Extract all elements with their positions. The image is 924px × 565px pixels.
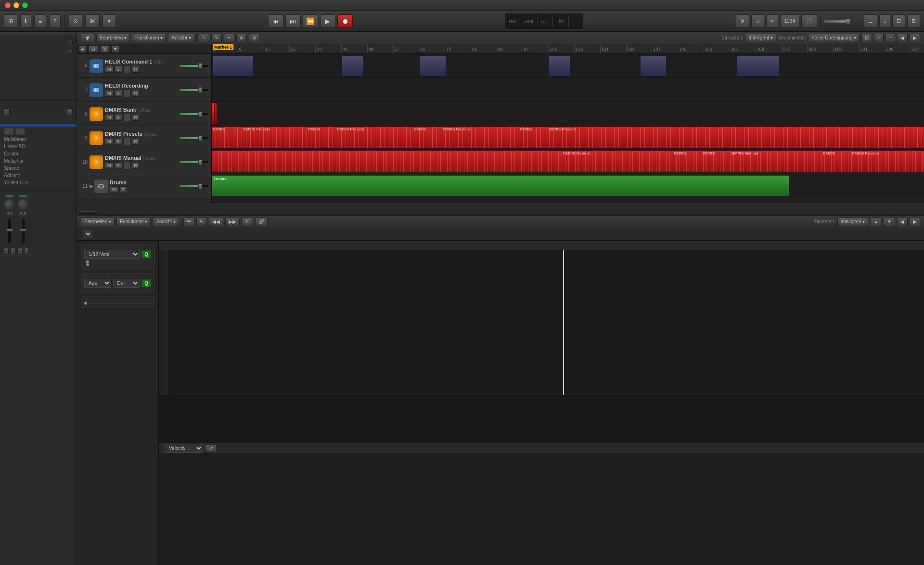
arrow-left-button[interactable]: ◀ xyxy=(897,34,908,42)
s-btn-left[interactable] xyxy=(11,248,15,255)
pr-piano-keys[interactable]: // This will be done via JS below xyxy=(159,250,168,395)
arr-track-9[interactable]: DMXIS DMXIS Presets DMXIS DMXIS Presets … xyxy=(212,126,924,150)
dmxis-toggle[interactable] xyxy=(4,128,13,135)
capture-audio-button[interactable]: 1234 xyxy=(780,14,799,28)
library-button[interactable]: ⊞ xyxy=(4,14,17,28)
goto-start-button[interactable]: ⏪ xyxy=(303,14,318,28)
mute-btn-11[interactable]: M xyxy=(110,186,118,193)
rec-btn-10[interactable] xyxy=(123,162,131,169)
arr-block-6-5[interactable] xyxy=(640,55,667,77)
tool-extra[interactable]: ⊕ xyxy=(249,34,259,42)
read-btn-6[interactable]: R xyxy=(132,66,140,73)
zoom-in-button[interactable]: + xyxy=(874,34,884,42)
track-vol-slider-11[interactable] xyxy=(180,185,208,187)
add-track-button[interactable]: + xyxy=(79,45,87,53)
pr-tool-4[interactable]: ▶▶ xyxy=(225,218,240,226)
mute-btn-9[interactable]: M xyxy=(105,138,114,145)
right-pan-knob[interactable] xyxy=(17,199,29,210)
arrangement[interactable]: Marker 1 // render ruler marks const rul… xyxy=(212,44,924,203)
rec-btn-9[interactable] xyxy=(123,138,131,145)
list-editor-button[interactable]: ☰ xyxy=(864,14,877,28)
dmxis-fx-button[interactable] xyxy=(0,124,77,127)
score-button[interactable]: ♩ xyxy=(879,14,890,28)
zoom-control[interactable]: ⊞ xyxy=(861,34,872,42)
master-volume-handle[interactable] xyxy=(846,18,850,24)
track-vol-slider-9[interactable] xyxy=(180,137,208,139)
funktionen-menu[interactable]: Funktionen ▾ xyxy=(132,34,166,42)
master-volume-slider[interactable] xyxy=(823,20,862,23)
tab-pianorolle[interactable] xyxy=(77,211,97,216)
track-vol-slider-8[interactable] xyxy=(180,113,208,115)
einrasten-select[interactable]: Intelligent ▾ xyxy=(745,34,776,42)
loop-checkbox[interactable] xyxy=(67,48,73,54)
rec-btn-7[interactable] xyxy=(123,90,131,97)
read-btn-9[interactable]: R xyxy=(132,138,140,145)
arr-track-7[interactable] xyxy=(212,78,924,102)
pr-ansicht-menu[interactable]: Ansicht ▾ xyxy=(153,218,179,226)
arrange-button[interactable]: ⊟ xyxy=(892,14,905,28)
time-quant-select[interactable]: 1/32 Note xyxy=(84,250,140,259)
scale-scale-select[interactable]: Dur xyxy=(113,279,140,288)
maximize-button[interactable] xyxy=(22,2,28,8)
read-btn-7[interactable]: R xyxy=(132,90,140,97)
tool-pencil[interactable]: ✎ xyxy=(211,34,222,42)
verschieben-select[interactable]: Keine Überlappung ▾ xyxy=(808,34,860,42)
track-vol-handle-9[interactable] xyxy=(198,135,202,141)
mixer-button[interactable]: ⊞ xyxy=(907,14,920,28)
right-read-button[interactable] xyxy=(19,195,27,198)
arr-block-6-1[interactable] xyxy=(213,55,254,77)
tuner-button[interactable]: 🎵 xyxy=(801,14,817,28)
track-vol-handle-6[interactable] xyxy=(198,63,202,69)
ansicht-menu[interactable]: Ansicht ▾ xyxy=(168,34,194,42)
capture-button[interactable]: ⊙ xyxy=(69,14,82,28)
arr-block-6-2[interactable] xyxy=(342,55,363,77)
tool-pointer[interactable]: ↖ xyxy=(199,34,209,42)
smart-button[interactable]: ✦ xyxy=(103,14,116,28)
velocity-mini-slider[interactable] xyxy=(89,303,151,304)
track-vol-slider-7[interactable] xyxy=(180,89,208,91)
track-vol-handle-11[interactable] xyxy=(198,183,202,189)
pr-tool-6[interactable]: 🔗 xyxy=(255,218,268,226)
m-btn-left[interactable] xyxy=(4,248,9,255)
controller-select[interactable]: Velocity xyxy=(165,444,203,453)
s-btn-right[interactable] xyxy=(24,248,29,255)
linear-eq-label[interactable]: Linear EQ xyxy=(0,143,77,150)
read-btn-8[interactable]: R xyxy=(132,114,140,121)
m-btn-right[interactable] xyxy=(17,248,22,255)
right-fader-handle[interactable] xyxy=(20,229,26,231)
arr-track-11[interactable]: Drums xyxy=(212,174,924,198)
track-11-expand-btn[interactable]: ▶ xyxy=(90,183,93,189)
forward-button[interactable]: ⏭ xyxy=(285,14,301,28)
spread-label[interactable]: Spread xyxy=(0,165,77,172)
pr-tool-5[interactable]: ⌘ xyxy=(242,218,253,226)
snap-button[interactable]: ⌗ xyxy=(766,14,778,28)
close-button[interactable] xyxy=(5,2,11,8)
track-vol-handle-8[interactable] xyxy=(198,111,202,117)
arr-track-10[interactable]: DMXIS Manual DMXIS DMXIS DMXIS Manual DM… xyxy=(212,150,924,174)
arr-track-8[interactable] xyxy=(212,102,924,126)
list-button[interactable]: ≡ xyxy=(34,14,46,28)
solo-btn-7[interactable]: S xyxy=(115,90,122,97)
spur-section[interactable] xyxy=(0,101,77,105)
track-vol-slider-6[interactable] xyxy=(180,65,208,67)
pr-tool-3[interactable]: ◀◀ xyxy=(209,218,223,226)
adlimit-label[interactable]: AdLimit xyxy=(0,172,77,179)
default-button[interactable] xyxy=(67,108,73,116)
scale-mode-select[interactable]: Aus xyxy=(84,279,111,288)
pr-tool-1[interactable]: ☰ xyxy=(183,218,194,226)
mute-all-button[interactable]: ✕ xyxy=(736,14,749,28)
left-read-button[interactable] xyxy=(5,195,14,198)
setting-button[interactable] xyxy=(4,108,10,116)
arr-block-6-4[interactable] xyxy=(549,55,570,77)
pr-zoom-down[interactable]: ▼ xyxy=(884,218,895,226)
audio-fx-button[interactable] xyxy=(0,186,77,190)
play-button[interactable]: ▶ xyxy=(320,14,335,28)
arrow-right-button[interactable]: ▶ xyxy=(910,34,920,42)
controller-link-btn[interactable]: ↗ xyxy=(205,444,217,453)
pr-notes-area[interactable]: // This will be done via JS below xyxy=(159,250,924,395)
tracks-add-button[interactable]: ▼ xyxy=(81,34,94,42)
solo-btn-9[interactable]: S xyxy=(115,138,122,145)
rec-btn-8[interactable] xyxy=(123,114,131,121)
time-quant-q-btn[interactable]: Q xyxy=(141,250,151,258)
tab-schritteditor[interactable] xyxy=(117,211,138,216)
